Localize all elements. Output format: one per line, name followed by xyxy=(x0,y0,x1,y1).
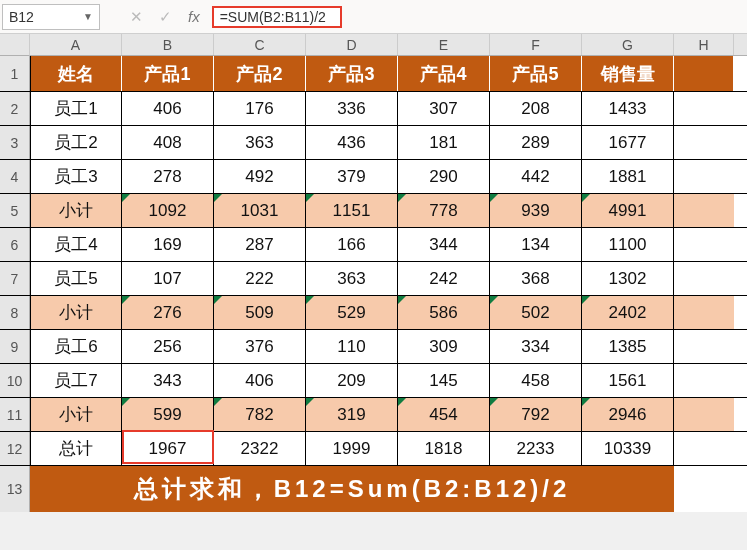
cell-D12[interactable]: 1999 xyxy=(306,432,398,465)
cell-C7[interactable]: 222 xyxy=(214,262,306,295)
cell-G4[interactable]: 1881 xyxy=(582,160,674,193)
empty-cell[interactable] xyxy=(674,432,734,465)
cell-D3[interactable]: 436 xyxy=(306,126,398,159)
cell-F12[interactable]: 2233 xyxy=(490,432,582,465)
cell-E9[interactable]: 309 xyxy=(398,330,490,363)
row-header-12[interactable]: 12 xyxy=(0,432,30,465)
cell-F9[interactable]: 334 xyxy=(490,330,582,363)
cell-D8[interactable]: 529 xyxy=(306,296,398,329)
cell-D10[interactable]: 209 xyxy=(306,364,398,397)
row-header-13[interactable]: 13 xyxy=(0,466,30,512)
empty-cell[interactable] xyxy=(674,56,734,91)
cell-A3[interactable]: 员工2 xyxy=(30,126,122,159)
cell-D2[interactable]: 336 xyxy=(306,92,398,125)
empty-cell[interactable] xyxy=(674,330,734,363)
cell-E7[interactable]: 242 xyxy=(398,262,490,295)
header-cell-c[interactable]: 产品2 xyxy=(214,56,306,91)
col-header-F[interactable]: F xyxy=(490,34,582,55)
row-header-7[interactable]: 7 xyxy=(0,262,30,295)
cell-D7[interactable]: 363 xyxy=(306,262,398,295)
cell-G2[interactable]: 1433 xyxy=(582,92,674,125)
empty-cell[interactable] xyxy=(674,262,734,295)
header-cell-d[interactable]: 产品3 xyxy=(306,56,398,91)
cell-A12[interactable]: 总计 xyxy=(30,432,122,465)
header-cell-e[interactable]: 产品4 xyxy=(398,56,490,91)
cell-A8[interactable]: 小计 xyxy=(30,296,122,329)
cell-E2[interactable]: 307 xyxy=(398,92,490,125)
cell-G3[interactable]: 1677 xyxy=(582,126,674,159)
cell-C3[interactable]: 363 xyxy=(214,126,306,159)
cell-F4[interactable]: 442 xyxy=(490,160,582,193)
cell-E12[interactable]: 1818 xyxy=(398,432,490,465)
cell-A9[interactable]: 员工6 xyxy=(30,330,122,363)
row-header-1[interactable]: 1 xyxy=(0,56,30,91)
cell-C2[interactable]: 176 xyxy=(214,92,306,125)
cell-B11[interactable]: 599 xyxy=(122,398,214,431)
cell-F3[interactable]: 289 xyxy=(490,126,582,159)
cancel-icon[interactable]: ✕ xyxy=(130,8,143,26)
cell-C5[interactable]: 1031 xyxy=(214,194,306,227)
cell-D5[interactable]: 1151 xyxy=(306,194,398,227)
cell-E10[interactable]: 145 xyxy=(398,364,490,397)
header-cell-f[interactable]: 产品5 xyxy=(490,56,582,91)
cell-G8[interactable]: 2402 xyxy=(582,296,674,329)
cell-C4[interactable]: 492 xyxy=(214,160,306,193)
cell-D9[interactable]: 110 xyxy=(306,330,398,363)
col-header-D[interactable]: D xyxy=(306,34,398,55)
col-header-A[interactable]: A xyxy=(30,34,122,55)
cell-C6[interactable]: 287 xyxy=(214,228,306,261)
cell-A11[interactable]: 小计 xyxy=(30,398,122,431)
cell-B7[interactable]: 107 xyxy=(122,262,214,295)
cell-A4[interactable]: 员工3 xyxy=(30,160,122,193)
name-box[interactable]: B12 ▼ xyxy=(2,4,100,30)
cell-C10[interactable]: 406 xyxy=(214,364,306,397)
cell-A6[interactable]: 员工4 xyxy=(30,228,122,261)
cell-F2[interactable]: 208 xyxy=(490,92,582,125)
cell-E11[interactable]: 454 xyxy=(398,398,490,431)
empty-cell[interactable] xyxy=(674,398,734,431)
col-header-C[interactable]: C xyxy=(214,34,306,55)
cell-B10[interactable]: 343 xyxy=(122,364,214,397)
enter-icon[interactable]: ✓ xyxy=(159,8,172,26)
cell-D11[interactable]: 319 xyxy=(306,398,398,431)
col-header-G[interactable]: G xyxy=(582,34,674,55)
row-header-6[interactable]: 6 xyxy=(0,228,30,261)
empty-cell[interactable] xyxy=(674,92,734,125)
header-cell-a[interactable]: 姓名 xyxy=(30,56,122,91)
cell-C11[interactable]: 782 xyxy=(214,398,306,431)
row-header-3[interactable]: 3 xyxy=(0,126,30,159)
row-header-2[interactable]: 2 xyxy=(0,92,30,125)
cell-F11[interactable]: 792 xyxy=(490,398,582,431)
header-cell-g[interactable]: 销售量 xyxy=(582,56,674,91)
cell-G10[interactable]: 1561 xyxy=(582,364,674,397)
cell-A10[interactable]: 员工7 xyxy=(30,364,122,397)
fx-icon[interactable]: fx xyxy=(188,8,200,25)
cell-B6[interactable]: 169 xyxy=(122,228,214,261)
cell-C9[interactable]: 376 xyxy=(214,330,306,363)
cell-E6[interactable]: 344 xyxy=(398,228,490,261)
empty-cell[interactable] xyxy=(674,194,734,227)
empty-cell[interactable] xyxy=(674,228,734,261)
cell-G6[interactable]: 1100 xyxy=(582,228,674,261)
cell-E3[interactable]: 181 xyxy=(398,126,490,159)
cell-B8[interactable]: 276 xyxy=(122,296,214,329)
cell-B5[interactable]: 1092 xyxy=(122,194,214,227)
cell-A7[interactable]: 员工5 xyxy=(30,262,122,295)
cell-G9[interactable]: 1385 xyxy=(582,330,674,363)
col-header-B[interactable]: B xyxy=(122,34,214,55)
cell-F5[interactable]: 939 xyxy=(490,194,582,227)
col-header-H[interactable]: H xyxy=(674,34,734,55)
empty-cell[interactable] xyxy=(674,126,734,159)
cell-F8[interactable]: 502 xyxy=(490,296,582,329)
cell-E5[interactable]: 778 xyxy=(398,194,490,227)
empty-cell[interactable] xyxy=(674,364,734,397)
row-header-4[interactable]: 4 xyxy=(0,160,30,193)
col-header-E[interactable]: E xyxy=(398,34,490,55)
row-header-11[interactable]: 11 xyxy=(0,398,30,431)
empty-cell[interactable] xyxy=(674,160,734,193)
formula-bar[interactable]: =SUM(B2:B11)/2 xyxy=(212,4,745,30)
row-header-8[interactable]: 8 xyxy=(0,296,30,329)
select-all-corner[interactable] xyxy=(0,34,30,56)
cell-G7[interactable]: 1302 xyxy=(582,262,674,295)
empty-cell[interactable] xyxy=(674,296,734,329)
